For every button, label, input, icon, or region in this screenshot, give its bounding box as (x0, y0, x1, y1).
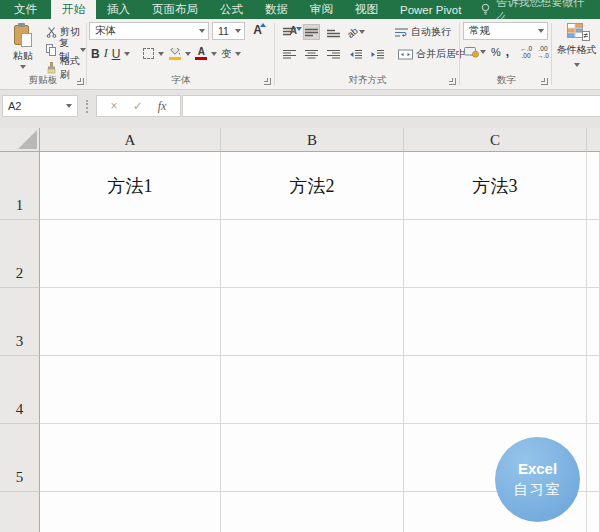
column-header-c[interactable]: C (404, 128, 587, 152)
insert-function-icon[interactable]: fx (158, 99, 167, 114)
cell-d2[interactable] (587, 220, 600, 288)
row-header-5[interactable]: 5 (0, 424, 40, 492)
cell-b5[interactable] (221, 424, 404, 492)
accounting-format-button[interactable] (464, 46, 486, 58)
cell-b4[interactable] (221, 356, 404, 424)
row-header-2[interactable]: 2 (0, 220, 40, 288)
row-header-3[interactable]: 3 (0, 288, 40, 356)
cell-d1[interactable] (587, 152, 600, 220)
tab-power-pivot[interactable]: Power Pivot (389, 0, 472, 19)
formula-bar-separator (86, 100, 88, 113)
comma-style-button[interactable]: , (506, 45, 509, 59)
tab-home[interactable]: 开始 (51, 0, 96, 19)
font-color-dropdown-arrow-icon[interactable] (211, 52, 217, 56)
cancel-icon[interactable]: × (111, 99, 118, 113)
font-size-combo[interactable]: 11 (212, 22, 245, 40)
phonetic-dropdown-arrow-icon[interactable] (235, 52, 241, 56)
column-header-row: A B C (0, 128, 600, 152)
bold-button[interactable]: B (91, 47, 100, 61)
align-right-button[interactable] (325, 46, 342, 62)
format-painter-button[interactable]: 格式刷 (46, 61, 86, 75)
fill-color-dropdown-arrow-icon[interactable] (185, 52, 191, 56)
cell-c2[interactable] (404, 220, 587, 288)
font-dialog-launcher[interactable] (264, 78, 271, 85)
accounting-dropdown-arrow-icon (480, 50, 486, 54)
italic-button[interactable]: I (104, 46, 108, 61)
tab-page-layout[interactable]: 页面布局 (141, 0, 209, 19)
borders-dropdown-arrow-icon[interactable] (158, 52, 164, 56)
cell-c4[interactable] (404, 356, 587, 424)
font-color-button[interactable]: A (195, 47, 207, 60)
number-format-combo[interactable]: 常规 (463, 22, 548, 40)
phonetic-guide-button[interactable]: 变 (221, 48, 231, 59)
font-name-combo[interactable]: 宋体 (89, 22, 209, 40)
row-header-6[interactable]: 6 (0, 492, 40, 532)
percent-style-button[interactable]: % (491, 46, 501, 58)
tell-me-box[interactable]: 告诉我您想要做什么... (480, 0, 600, 19)
increase-indent-button[interactable] (369, 46, 386, 62)
alignment-dialog-launcher[interactable] (449, 78, 456, 85)
tab-data[interactable]: 数据 (254, 0, 299, 19)
cell-a6[interactable] (40, 492, 221, 532)
underline-dropdown-arrow-icon[interactable] (124, 52, 130, 56)
cell-b2[interactable] (221, 220, 404, 288)
group-clipboard: 粘贴 剪切 复制 格式刷 (0, 19, 86, 89)
group-separator (86, 23, 87, 85)
number-dialog-launcher[interactable] (541, 78, 548, 85)
column-header-b[interactable]: B (221, 128, 404, 152)
group-number: 常规 % , ←.0 .00 .00 →.0 数字 (463, 19, 550, 89)
row-header-1[interactable]: 1 (0, 152, 40, 220)
decrease-indent-button[interactable] (347, 46, 364, 62)
cell-d3[interactable] (587, 288, 600, 356)
cell-b3[interactable] (221, 288, 404, 356)
align-center-button[interactable] (303, 46, 320, 62)
cell-d4[interactable] (587, 356, 600, 424)
cell-a4[interactable] (40, 356, 221, 424)
align-middle-button[interactable] (303, 24, 320, 40)
orientation-button[interactable]: ab (347, 27, 371, 38)
format-painter-icon (46, 62, 57, 74)
conditional-formatting-button[interactable]: ≠ 条件格式 (553, 19, 600, 89)
cell-a1[interactable]: 方法1 (40, 152, 221, 220)
cell-a2[interactable] (40, 220, 221, 288)
select-all-corner[interactable] (0, 128, 40, 152)
decrease-decimal-button[interactable]: .00 →.0 (537, 45, 549, 59)
row-3: 3 (0, 288, 600, 356)
tab-view[interactable]: 视图 (344, 0, 389, 19)
column-header-a[interactable]: A (40, 128, 221, 152)
cell-c3[interactable] (404, 288, 587, 356)
column-header-d[interactable] (587, 128, 600, 152)
cell-a5[interactable] (40, 424, 221, 492)
formula-input[interactable] (182, 95, 600, 117)
font-size-value: 11 (218, 25, 229, 37)
paste-dropdown-arrow-icon[interactable] (20, 65, 26, 69)
cell-d6[interactable] (587, 492, 600, 532)
tab-file[interactable]: 文件 (0, 0, 51, 19)
name-box-dropdown-arrow-icon[interactable] (66, 104, 72, 108)
align-top-button[interactable] (281, 24, 298, 40)
watermark-line1: Excel (518, 460, 557, 477)
wrap-text-button[interactable]: 自动换行 (395, 25, 451, 39)
group-separator (459, 23, 460, 85)
cell-a3[interactable] (40, 288, 221, 356)
conditional-formatting-icon: ≠ (567, 23, 586, 39)
row-header-4[interactable]: 4 (0, 356, 40, 424)
borders-button[interactable] (143, 48, 154, 59)
underline-button[interactable]: U (112, 47, 121, 61)
fill-color-button[interactable] (168, 48, 181, 60)
name-box[interactable]: A2 (2, 95, 78, 117)
cell-b6[interactable] (221, 492, 404, 532)
enter-icon[interactable]: ✓ (133, 99, 143, 113)
align-bottom-button[interactable] (325, 24, 342, 40)
tab-review[interactable]: 审阅 (299, 0, 344, 19)
cell-b1[interactable]: 方法2 (221, 152, 404, 220)
cell-c1[interactable]: 方法3 (404, 152, 587, 220)
accounting-icon (464, 46, 479, 58)
tab-formulas[interactable]: 公式 (209, 0, 254, 19)
align-left-button[interactable] (281, 46, 298, 62)
grow-font-button[interactable]: A (250, 23, 265, 37)
clipboard-dialog-launcher[interactable] (77, 78, 84, 85)
increase-decimal-button[interactable]: ←.0 .00 (520, 45, 532, 59)
cell-d5[interactable] (587, 424, 600, 492)
tab-insert[interactable]: 插入 (96, 0, 141, 19)
